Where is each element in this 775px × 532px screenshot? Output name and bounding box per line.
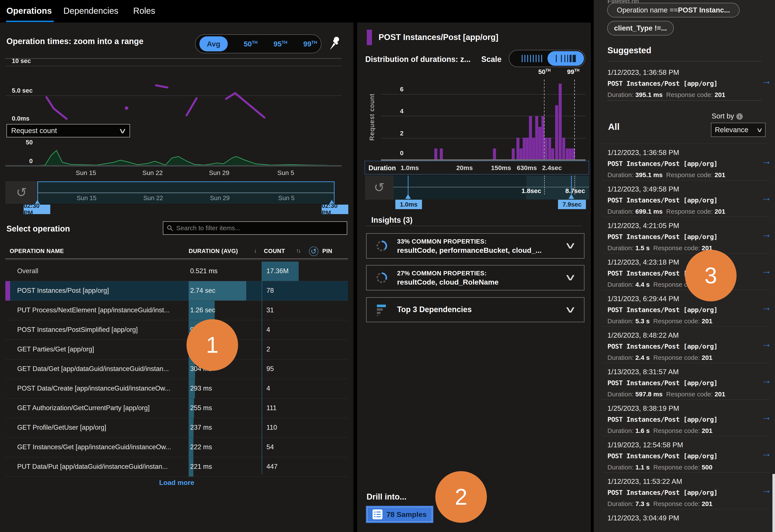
duration-handle-left[interactable] — [405, 194, 411, 199]
tab-dependencies[interactable]: Dependencies — [63, 6, 118, 16]
info-icon[interactable]: i — [736, 113, 743, 120]
insight-card-common-properties-1[interactable]: 33% COMMON PROPERTIES: resultCode, perfo… — [366, 233, 585, 258]
operation-times-panel: Operation times: zoom into a range Avg50… — [0, 23, 353, 532]
sort-dropdown[interactable]: Relevance ∨ — [711, 123, 766, 137]
chevron-down-icon[interactable]: ∨ — [564, 240, 577, 250]
reset-duration-zoom-button[interactable]: ↺ — [365, 176, 393, 199]
duration-histogram[interactable] — [381, 71, 586, 161]
open-sample-arrow-icon[interactable]: → — [761, 484, 772, 496]
sort-both-icon[interactable]: ↑↓ — [296, 247, 300, 254]
duration-brush[interactable]: ↺ 1.8sec 8.7sec 1.0ms 7.9sec — [365, 176, 589, 199]
open-sample-arrow-icon[interactable]: → — [761, 374, 772, 386]
reset-zoom-button[interactable]: ↺ — [6, 181, 37, 203]
table-row[interactable]: POST Data/Create [app/instanceGuid/insta… — [5, 379, 348, 399]
percentile-95[interactable]: 95TH — [273, 40, 287, 48]
open-sample-arrow-icon[interactable]: → — [761, 191, 772, 203]
sample-list-item[interactable]: 1/13/2023, 8:31:57 AMPOST Instances/Post… — [602, 363, 770, 399]
open-sample-arrow-icon[interactable]: → — [761, 228, 772, 240]
col-duration[interactable]: DURATION (AVG) — [189, 248, 238, 254]
pin-chart-icon[interactable] — [328, 35, 340, 52]
open-sample-arrow-icon[interactable]: → — [761, 447, 772, 459]
load-more-link[interactable]: Load more — [5, 479, 348, 487]
sample-list-item[interactable]: 1/31/2023, 6:29:44 PMPOST Instances/Post… — [602, 290, 770, 326]
table-row[interactable]: GET Data/Get [app/dataGuid/instanceGuid/… — [5, 360, 348, 379]
annotation-badge-2: 2 — [435, 471, 487, 523]
donut-chart-icon — [375, 272, 388, 285]
table-row[interactable]: POST Instances/PostSimplified [app/org]9… — [5, 320, 348, 340]
metric-dropdown[interactable]: Request count ∨ — [6, 124, 130, 137]
table-row[interactable]: PUT Data/Put [app/dataGuid/instanceGuid/… — [5, 457, 348, 477]
sample-list-item[interactable]: 1/12/2023, 4:21:05 PMPOST Instances/Post… — [602, 217, 770, 253]
sample-operation: POST Instances/Post [app/org] — [607, 489, 717, 496]
linear-scale-icon[interactable] — [516, 50, 548, 67]
sort-desc-icon[interactable]: ↓ — [254, 247, 257, 254]
insight-card-top-dependencies[interactable]: Top 3 Dependencies ∨ — [366, 297, 585, 322]
donut-chart-icon — [375, 240, 388, 253]
brush-track[interactable]: Sun 15Sun 22Sun 29Sun 5 — [37, 181, 334, 203]
time-start-chip[interactable]: 02:30 PM — [24, 205, 50, 214]
legend-color-bar — [367, 30, 372, 45]
table-row[interactable]: POST Instances/Post [app/org]2.74 sec78 — [5, 281, 348, 301]
pin-all-icon[interactable]: ↺ — [309, 246, 318, 256]
percentile-99[interactable]: 99TH — [303, 40, 317, 48]
operation-name: POST Instances/PostSimplified [app/org] — [17, 326, 138, 334]
table-row[interactable]: GET Parties/Get [app/org]2 — [5, 340, 348, 360]
insight-card-common-properties-2[interactable]: 27% COMMON PROPERTIES: resultCode, cloud… — [366, 265, 585, 291]
operation-times-chart[interactable] — [5, 58, 341, 125]
sample-timestamp: 1/12/2023, 3:49:58 PM — [607, 185, 679, 193]
samples-button[interactable]: 78 Samples — [366, 506, 434, 523]
scale-label: Scale — [481, 55, 502, 64]
time-range-brush[interactable]: ↺ Sun 15Sun 22Sun 29Sun 5 02:30 PM 02:30… — [6, 181, 334, 203]
sample-operation: POST Instances/Post [app/org] — [607, 306, 717, 314]
table-row[interactable]: GET Profile/GetUser [app/org]237 ms110 — [5, 418, 348, 438]
percentile-toggle[interactable]: Avg50TH95TH99TH — [195, 34, 321, 53]
operation-duration: 237 ms — [190, 424, 212, 431]
range-end-chip[interactable]: 7.9sec — [558, 200, 586, 209]
time-end-chip[interactable]: 02:30 PM — [322, 205, 348, 214]
sample-list-item[interactable]: 1/26/2023, 8:48:22 AMPOST Instances/Post… — [602, 326, 770, 363]
table-row[interactable]: GET Instances/Get [app/instanceGuid/inst… — [5, 438, 348, 457]
open-sample-arrow-icon[interactable]: → — [761, 301, 772, 313]
insights-divider — [365, 226, 581, 226]
percentile-50[interactable]: 50TH — [244, 40, 258, 48]
suggested-sample[interactable]: 1/12/2023, 1:36:58 PMPOST Instances/Post… — [602, 62, 770, 100]
sample-list-item[interactable]: 1/12/2023, 3:04:49 PM — [602, 509, 770, 532]
table-row[interactable]: GET Authorization/GetCurrentParty [app/o… — [5, 399, 348, 418]
percentile-avg[interactable]: Avg — [199, 36, 228, 51]
operation-duration: 255 ms — [190, 404, 212, 412]
scale-toggle[interactable] — [509, 50, 585, 67]
search-input[interactable]: Search to filter items... — [163, 221, 347, 235]
sample-list-item[interactable]: 1/12/2023, 3:49:58 PMPOST Instances/Post… — [602, 180, 770, 217]
filter-chip-operation-name[interactable]: Operation name == POST Instanc... — [607, 3, 740, 17]
sample-list-item[interactable]: 1/12/2023, 11:53:22 AMPOST Instances/Pos… — [602, 472, 770, 509]
chevron-down-icon[interactable]: ∨ — [564, 304, 577, 315]
operation-name: GET Instances/Get [app/instanceGuid/inst… — [17, 443, 171, 451]
col-pin[interactable]: PIN — [322, 248, 332, 254]
sample-duration-line: Duration: 7.3 s Response code: 201 — [607, 500, 713, 508]
open-sample-arrow-icon[interactable]: → — [761, 155, 772, 167]
sample-list-item[interactable]: 1/25/2023, 8:38:19 PMPOST Instances/Post… — [602, 399, 770, 436]
filter-chip-client-type[interactable]: client_Type !=... — [607, 21, 674, 35]
chevron-down-icon[interactable]: ∨ — [564, 272, 577, 283]
tab-operations[interactable]: Operations — [6, 6, 52, 16]
duration-brush-track[interactable] — [393, 176, 589, 199]
open-sample-arrow-icon[interactable]: → — [761, 411, 772, 423]
table-row[interactable]: Overall0.521 ms17.36M — [5, 261, 348, 281]
log-scale-icon[interactable] — [548, 51, 584, 66]
operation-name: GET Authorization/GetCurrentParty [app/o… — [17, 404, 149, 412]
col-count[interactable]: COUNT — [264, 248, 285, 254]
bar-chart-icon — [375, 303, 388, 318]
sample-list-item[interactable]: 1/19/2023, 12:54:58 PMPOST Instances/Pos… — [602, 436, 770, 472]
scrollbar-thumb[interactable] — [772, 474, 775, 532]
sample-timestamp: 1/25/2023, 8:38:19 PM — [607, 404, 679, 413]
table-row[interactable]: PUT Process/NextElement [app/instanceGui… — [5, 301, 348, 320]
col-operation-name[interactable]: OPERATION NAME — [10, 248, 64, 254]
open-sample-arrow-icon[interactable]: → — [761, 338, 772, 350]
open-sample-arrow-icon[interactable]: → — [761, 75, 772, 87]
range-start-chip[interactable]: 1.0ms — [396, 200, 422, 209]
open-sample-arrow-icon[interactable]: → — [761, 264, 772, 277]
tab-roles[interactable]: Roles — [133, 6, 155, 16]
duration-handle-right[interactable] — [569, 194, 574, 199]
sample-list-item[interactable]: 1/12/2023, 1:36:58 PMPOST Instances/Post… — [602, 143, 770, 180]
brush-x-label: Sun 5 — [269, 194, 303, 201]
